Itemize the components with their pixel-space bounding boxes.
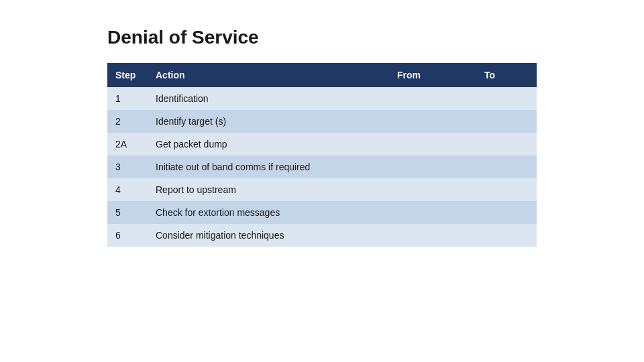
- cell-step: 2: [107, 110, 148, 133]
- cell-action: Get packet dump: [148, 133, 389, 156]
- table-row: 2Identify target (s): [107, 110, 537, 133]
- page-title: Denial of Service: [107, 27, 537, 48]
- table-row: 4Report to upstream: [107, 178, 537, 201]
- cell-to: [476, 201, 537, 224]
- table-row: 2AGet packet dump: [107, 133, 537, 156]
- cell-action: Report to upstream: [148, 178, 389, 201]
- cell-from: [389, 224, 476, 247]
- header-action: Action: [148, 63, 389, 87]
- table-row: 5Check for extortion messages: [107, 201, 537, 224]
- cell-to: [476, 87, 537, 110]
- cell-action: Identification: [148, 87, 389, 110]
- cell-step: 5: [107, 201, 148, 224]
- cell-to: [476, 133, 537, 156]
- cell-action: Identify target (s): [148, 110, 389, 133]
- cell-action: Check for extortion messages: [148, 201, 389, 224]
- cell-action: Initiate out of band comms if required: [148, 156, 389, 178]
- table-row: 1Identification: [107, 87, 537, 110]
- header-from: From: [389, 63, 476, 87]
- cell-from: [389, 178, 476, 201]
- table-row: 3Initiate out of band comms if required: [107, 156, 537, 178]
- main-table: Step Action From To 1Identification2Iden…: [107, 63, 537, 247]
- table-row: 6Consider mitigation techniques: [107, 224, 537, 247]
- cell-to: [476, 224, 537, 247]
- cell-step: 3: [107, 156, 148, 178]
- table-header-row: Step Action From To: [107, 63, 537, 87]
- cell-from: [389, 156, 476, 178]
- cell-from: [389, 133, 476, 156]
- header-step: Step: [107, 63, 148, 87]
- cell-step: 4: [107, 178, 148, 201]
- cell-step: 6: [107, 224, 148, 247]
- cell-to: [476, 156, 537, 178]
- cell-from: [389, 110, 476, 133]
- cell-step: 1: [107, 87, 148, 110]
- cell-to: [476, 178, 537, 201]
- cell-to: [476, 110, 537, 133]
- cell-from: [389, 87, 476, 110]
- cell-action: Consider mitigation techniques: [148, 224, 389, 247]
- page-container: Denial of Service Step Action From To 1I…: [107, 27, 537, 247]
- cell-from: [389, 201, 476, 224]
- header-to: To: [476, 63, 537, 87]
- cell-step: 2A: [107, 133, 148, 156]
